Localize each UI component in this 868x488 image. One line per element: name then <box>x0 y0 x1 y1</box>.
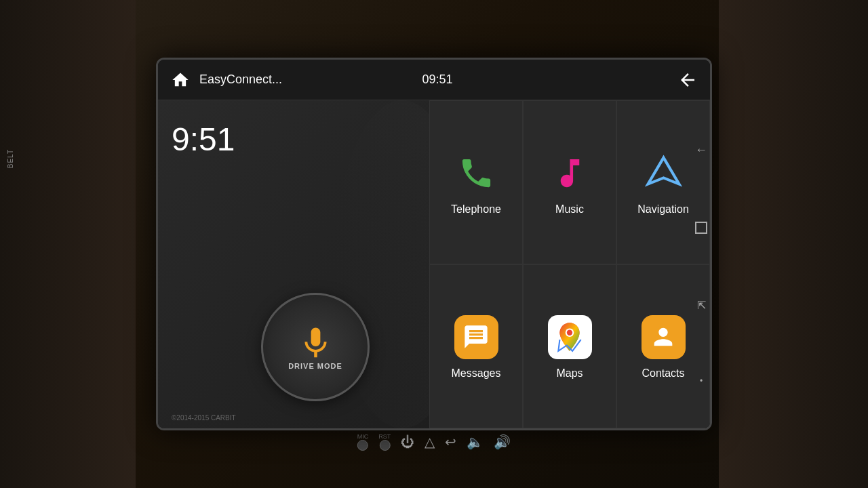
music-app[interactable]: Music <box>523 100 616 264</box>
screen-unit: EasyConnect... 09:51 9:51 <box>156 58 712 430</box>
contacts-icon <box>639 313 687 361</box>
bottom-controls: MIC RST ⏻ △ ↩ 🔈 🔊 <box>357 433 511 451</box>
maps-app[interactable]: Maps <box>523 264 616 428</box>
vol-down-button[interactable]: 🔈 <box>467 434 484 450</box>
mic-label: MIC <box>357 433 369 440</box>
microphone-icon <box>297 325 334 362</box>
maps-label: Maps <box>556 367 583 380</box>
svg-marker-0 <box>648 157 679 184</box>
dash-right-panel <box>719 0 868 488</box>
back-button[interactable] <box>675 68 700 92</box>
rst-button[interactable] <box>379 440 390 451</box>
seatbelt-label: BELT <box>7 149 14 168</box>
home-hw-button[interactable]: △ <box>425 434 435 450</box>
mic-control: MIC <box>357 433 369 451</box>
drive-mode-container: DRIVE MODE <box>261 293 370 401</box>
back-hw-button[interactable]: ↩ <box>445 434 456 450</box>
svg-point-2 <box>567 330 572 336</box>
drive-mode-button[interactable]: DRIVE MODE <box>261 293 370 401</box>
mic-button[interactable] <box>357 440 368 451</box>
main-content: 9:51 DRIVE MODE ©2014-2015 CARBIT <box>158 100 710 428</box>
dash-left-panel: BELT <box>0 0 136 488</box>
square-icon[interactable] <box>695 222 707 234</box>
app-grid: Telephone Music <box>429 100 710 428</box>
right-panel: Telephone Music <box>429 100 710 428</box>
top-bar-time: 09:51 <box>358 73 517 87</box>
telephone-icon <box>452 149 500 197</box>
navigation-icon <box>639 149 687 197</box>
home-button[interactable] <box>168 68 193 92</box>
telephone-label: Telephone <box>451 203 501 216</box>
side-controls: ← ⇱ • <box>695 100 707 428</box>
contacts-label: Contacts <box>642 367 684 380</box>
power-button[interactable]: ⏻ <box>401 434 414 450</box>
dot-icon[interactable]: • <box>700 376 703 386</box>
rst-label: RST <box>378 433 391 440</box>
left-panel: 9:51 DRIVE MODE ©2014-2015 CARBIT <box>158 100 429 428</box>
copyright-text: ©2014-2015 CARBIT <box>172 414 236 422</box>
navigation-label: Navigation <box>637 203 689 216</box>
vol-up-button[interactable]: 🔊 <box>494 434 511 450</box>
arrow-left-icon[interactable]: ← <box>695 143 707 157</box>
music-label: Music <box>555 203 584 216</box>
rst-control: RST <box>378 433 391 451</box>
maps-icon <box>546 313 593 361</box>
top-bar: EasyConnect... 09:51 <box>158 60 710 100</box>
resize-icon[interactable]: ⇱ <box>697 299 706 312</box>
drive-mode-label: DRIVE MODE <box>288 362 342 370</box>
music-icon <box>546 149 593 197</box>
dashboard: BELT EasyConnect... 09:51 9: <box>0 0 868 488</box>
messages-app[interactable]: Messages <box>429 264 523 428</box>
app-title: EasyConnect... <box>199 73 358 87</box>
messages-label: Messages <box>452 367 501 380</box>
messages-icon <box>452 313 500 361</box>
telephone-app[interactable]: Telephone <box>429 100 523 264</box>
